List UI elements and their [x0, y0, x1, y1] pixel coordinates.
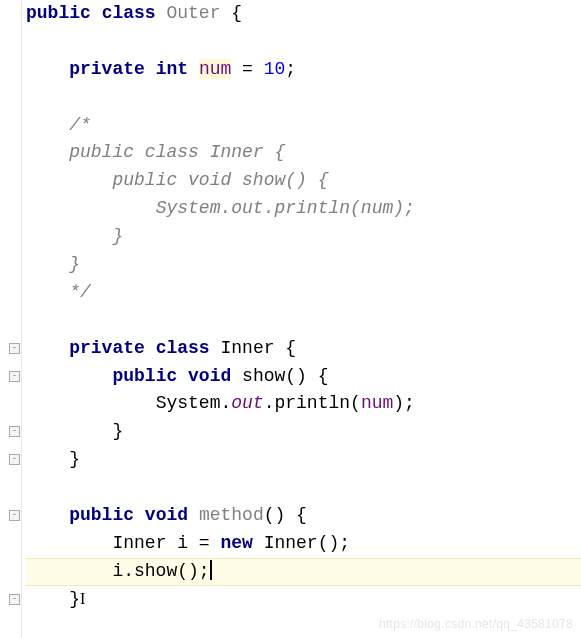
code-line[interactable]: System.out.println(num); [26, 195, 581, 223]
code-line[interactable]: } [26, 446, 581, 474]
keyword-void: void [145, 505, 188, 525]
code-line[interactable]: }I [26, 586, 581, 614]
fold-marker-icon[interactable]: - [9, 426, 20, 437]
comment: } [69, 226, 123, 246]
keyword-int: int [156, 59, 188, 79]
paren: () { [285, 366, 328, 386]
code-line[interactable]: public void method() { [26, 502, 581, 530]
fold-marker-icon[interactable]: - [9, 454, 20, 465]
method-name: method [199, 505, 264, 525]
code-line[interactable] [26, 28, 581, 56]
out-field: out [231, 393, 263, 413]
code-line[interactable]: public class Inner { [26, 139, 581, 167]
fold-marker-icon[interactable]: - [9, 371, 20, 382]
keyword-public: public [69, 505, 134, 525]
keyword-private: private [69, 338, 145, 358]
keyword-void: void [188, 366, 231, 386]
method-name: show [242, 366, 285, 386]
gutter: - - - - - - [0, 0, 22, 638]
keyword-private: private [69, 59, 145, 79]
code-line[interactable]: Inner i = new Inner(); [26, 530, 581, 558]
semicolon: ; [285, 59, 296, 79]
code-line[interactable] [26, 474, 581, 502]
code-line-caret[interactable]: i.show(); [26, 558, 581, 586]
code-line[interactable]: public void show() { [26, 167, 581, 195]
code-line[interactable] [26, 307, 581, 335]
keyword-new: new [220, 533, 252, 553]
brace: { [220, 3, 242, 23]
system-ref: System. [156, 393, 232, 413]
var-decl: i = [166, 533, 220, 553]
close-paren: ); [393, 393, 415, 413]
fold-marker-icon[interactable]: - [9, 343, 20, 354]
watermark: https://blog.csdn.net/qq_43581078 [379, 615, 573, 634]
brace: } [26, 589, 80, 609]
code-line[interactable]: /* [26, 112, 581, 140]
field-num: num [361, 393, 393, 413]
text-caret-icon [210, 560, 212, 580]
comment: System.out.println(num); [69, 198, 415, 218]
number-literal: 10 [264, 59, 286, 79]
code-line[interactable]: } [26, 418, 581, 446]
println-call: .println( [264, 393, 361, 413]
code-editor[interactable]: - - - - - - public class Outer { private… [0, 0, 581, 638]
ibeam-cursor-icon: I [80, 587, 85, 612]
field-num-highlighted: num [199, 59, 231, 79]
equals: = [231, 59, 263, 79]
comment: /* [69, 115, 91, 135]
code-line[interactable]: public void show() { [26, 363, 581, 391]
keyword-class: class [102, 3, 156, 23]
code-line[interactable]: private class Inner { [26, 335, 581, 363]
method-call: i.show(); [26, 561, 210, 581]
constructor-call: Inner(); [253, 533, 350, 553]
code-line[interactable]: } [26, 251, 581, 279]
code-line[interactable]: System.out.println(num); [26, 390, 581, 418]
code-line[interactable]: */ [26, 279, 581, 307]
fold-marker-icon[interactable]: - [9, 594, 20, 605]
code-line[interactable]: } [26, 223, 581, 251]
paren: () { [264, 505, 307, 525]
brace: { [275, 338, 297, 358]
brace: } [26, 449, 80, 469]
code-area[interactable]: public class Outer { private int num = 1… [22, 0, 581, 638]
type-ref: Inner [112, 533, 166, 553]
code-line[interactable]: private int num = 10; [26, 56, 581, 84]
comment: public class Inner { [69, 142, 285, 162]
fold-marker-icon[interactable]: - [9, 510, 20, 521]
keyword-public: public [112, 366, 177, 386]
class-name: Inner [220, 338, 274, 358]
keyword-public: public [26, 3, 91, 23]
code-line[interactable]: public class Outer { [26, 0, 581, 28]
keyword-class: class [156, 338, 210, 358]
class-name: Outer [166, 3, 220, 23]
brace: } [26, 421, 123, 441]
comment: public void show() { [69, 170, 328, 190]
code-line[interactable] [26, 84, 581, 112]
comment: */ [69, 282, 91, 302]
comment: } [69, 254, 80, 274]
